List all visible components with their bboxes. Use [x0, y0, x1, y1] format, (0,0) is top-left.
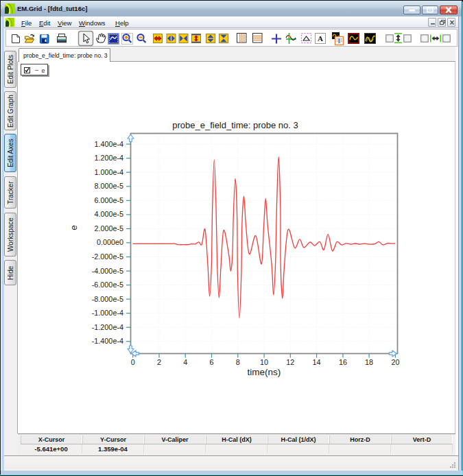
svg-text:1.200e-4: 1.200e-4: [94, 154, 123, 162]
svg-text:-4.000e-5: -4.000e-5: [92, 267, 123, 275]
svg-text:20: 20: [391, 358, 399, 366]
svg-text:14: 14: [313, 358, 321, 366]
svg-text:2.000e-5: 2.000e-5: [94, 224, 123, 233]
svg-text:6: 6: [209, 358, 213, 366]
svg-text:A: A: [318, 34, 323, 43]
svg-text:time(ns): time(ns): [248, 367, 281, 377]
svg-text:18: 18: [365, 358, 373, 366]
svg-text:-1.000e-4: -1.000e-4: [92, 309, 123, 317]
svg-text:4.000e-5: 4.000e-5: [94, 210, 123, 218]
svg-text:10: 10: [260, 358, 268, 366]
svg-text:1.400e-4: 1.400e-4: [94, 140, 123, 148]
svg-text:8.000e-5: 8.000e-5: [94, 182, 123, 190]
svg-text:6.000e-5: 6.000e-5: [94, 196, 123, 204]
svg-text:8: 8: [236, 358, 240, 366]
svg-text:2: 2: [157, 358, 161, 366]
svg-text:-2.000e-5: -2.000e-5: [92, 252, 123, 261]
svg-text:-1.400e-4: -1.400e-4: [92, 337, 123, 345]
svg-text:-8.000e-5: -8.000e-5: [92, 295, 123, 303]
svg-text:probe_e_field_time: probe no.: probe_e_field_time: probe no. 3: [172, 120, 298, 130]
svg-text:e: e: [69, 225, 79, 230]
svg-text:16: 16: [339, 358, 347, 366]
svg-text:0: 0: [131, 358, 135, 366]
svg-text:4: 4: [183, 358, 187, 366]
svg-text:-6.000e-5: -6.000e-5: [92, 281, 123, 289]
svg-text:-1.200e-4: -1.200e-4: [92, 323, 123, 331]
svg-text:0.000e0: 0.000e0: [97, 238, 123, 246]
svg-text:1.000e-4: 1.000e-4: [94, 168, 123, 176]
svg-text:12: 12: [286, 358, 294, 366]
